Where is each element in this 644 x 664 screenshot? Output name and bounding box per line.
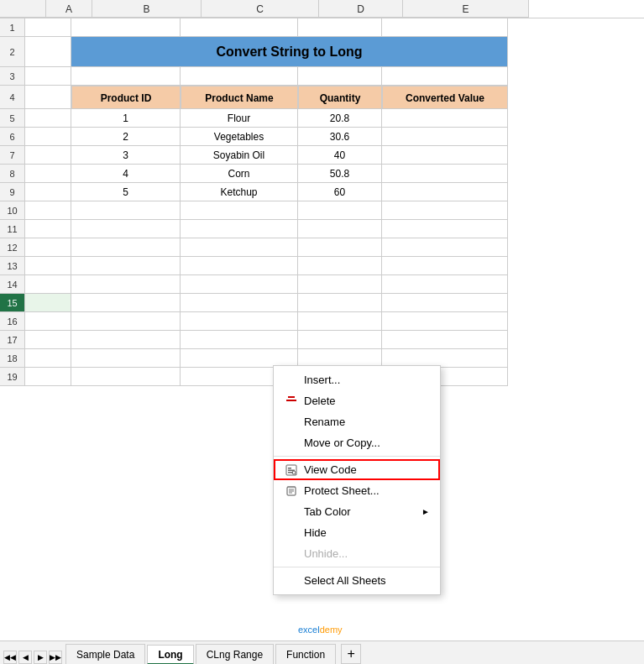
header-product-name[interactable]: Product Name xyxy=(181,86,298,109)
svg-rect-3 xyxy=(288,468,291,469)
rownum-11: 11 xyxy=(0,220,25,238)
row-16: 16 xyxy=(0,312,644,331)
column-headers: A B C D E xyxy=(0,0,644,18)
cell-c7[interactable]: Soyabin Oil xyxy=(181,146,298,165)
cell-c3[interactable] xyxy=(181,67,298,86)
header-converted-value[interactable]: Converted Value xyxy=(382,86,508,109)
cell-a8[interactable] xyxy=(25,165,71,183)
tab-navigation: ◀◀ ◀ ▶ ▶▶ xyxy=(0,651,65,664)
row-2: 2 Convert String to Long xyxy=(0,37,644,67)
cell-a1[interactable] xyxy=(25,18,71,37)
menu-delete[interactable]: Delete xyxy=(274,390,440,411)
tab-long[interactable]: Long xyxy=(147,645,193,664)
cell-e3[interactable] xyxy=(382,67,508,86)
rownum-19: 19 xyxy=(0,368,25,386)
context-menu: Insert... Delete Rename Move or Copy... … xyxy=(273,365,441,595)
rownum-3: 3 xyxy=(0,67,25,86)
cell-b3[interactable] xyxy=(71,67,181,86)
cell-e8[interactable] xyxy=(382,165,508,183)
menu-protect-sheet[interactable]: Protect Sheet... xyxy=(274,480,440,501)
delete-icon xyxy=(284,395,299,407)
add-sheet-button[interactable]: + xyxy=(341,644,361,664)
cell-c8[interactable]: Corn xyxy=(181,165,298,183)
menu-unhide[interactable]: Unhide... xyxy=(274,543,440,564)
cell-a4[interactable] xyxy=(25,86,71,109)
cell-e5[interactable] xyxy=(382,109,508,128)
cell-a9[interactable] xyxy=(25,183,71,201)
row-8: 8 4 Corn 50.8 xyxy=(0,165,644,183)
sheet-tabs: ◀◀ ◀ ▶ ▶▶ Sample Data Long CLng Range Fu… xyxy=(0,640,644,664)
row-17: 17 xyxy=(0,331,644,349)
cell-d3[interactable] xyxy=(298,67,382,86)
cell-a3[interactable] xyxy=(25,67,71,86)
svg-rect-1 xyxy=(288,396,295,398)
cell-e1[interactable] xyxy=(382,18,508,37)
row-5: 5 1 Flour 20.8 xyxy=(0,109,644,128)
cell-b5[interactable]: 1 xyxy=(71,109,181,128)
rownum-2: 2 xyxy=(0,37,25,67)
row-9: 9 5 Ketchup 60 xyxy=(0,183,644,201)
row-6: 6 2 Vegetables 30.6 xyxy=(0,128,644,146)
cell-a2[interactable] xyxy=(25,37,71,67)
cell-title[interactable]: Convert String to Long xyxy=(71,37,508,67)
row-10: 10 xyxy=(0,201,644,220)
cell-a7[interactable] xyxy=(25,146,71,165)
menu-select-all-sheets[interactable]: Select All Sheets xyxy=(274,570,440,591)
tab-clng-range[interactable]: CLng Range xyxy=(196,644,274,664)
svg-rect-0 xyxy=(286,400,296,401)
cell-b7[interactable]: 3 xyxy=(71,146,181,165)
menu-rename[interactable]: Rename xyxy=(274,411,440,432)
cell-d7[interactable]: 40 xyxy=(298,146,382,165)
cell-d5[interactable]: 20.8 xyxy=(298,109,382,128)
tab-nav-prev[interactable]: ◀ xyxy=(18,651,32,664)
cell-e7[interactable] xyxy=(382,146,508,165)
cell-d8[interactable]: 50.8 xyxy=(298,165,382,183)
rownum-1: 1 xyxy=(0,18,25,37)
row-14: 14 xyxy=(0,275,644,294)
menu-sep-1 xyxy=(274,456,440,457)
cell-b9[interactable]: 5 xyxy=(71,183,181,201)
cell-c9[interactable]: Ketchup xyxy=(181,183,298,201)
rownum-15: 15 xyxy=(0,294,25,312)
tab-nav-first[interactable]: ◀◀ xyxy=(3,651,17,664)
rownum-8: 8 xyxy=(0,165,25,183)
rownum-12: 12 xyxy=(0,238,25,257)
rownum-13: 13 xyxy=(0,257,25,275)
cell-d9[interactable]: 60 xyxy=(298,183,382,201)
rownum-16: 16 xyxy=(0,312,25,331)
cell-d1[interactable] xyxy=(298,18,382,37)
cell-a5[interactable] xyxy=(25,109,71,128)
tab-nav-next[interactable]: ▶ xyxy=(34,651,47,664)
rownum-9: 9 xyxy=(0,183,25,201)
rownum-14: 14 xyxy=(0,275,25,294)
cell-a6[interactable] xyxy=(25,128,71,146)
cell-c5[interactable]: Flour xyxy=(181,109,298,128)
menu-insert[interactable]: Insert... xyxy=(274,369,440,390)
cell-b8[interactable]: 4 xyxy=(71,165,181,183)
cell-e6[interactable] xyxy=(382,128,508,146)
cell-c1[interactable] xyxy=(181,18,298,37)
cell-b6[interactable]: 2 xyxy=(71,128,181,146)
menu-view-code[interactable]: View Code xyxy=(274,459,440,480)
submenu-arrow: ► xyxy=(421,507,430,516)
tab-sample-data[interactable]: Sample Data xyxy=(65,644,145,664)
cell-b1[interactable] xyxy=(71,18,181,37)
row-13: 13 xyxy=(0,257,644,275)
header-product-id[interactable]: Product ID xyxy=(71,86,181,109)
tab-function[interactable]: Function xyxy=(275,644,336,664)
row-12: 12 xyxy=(0,238,644,257)
col-header-c: C xyxy=(202,0,319,18)
cell-d6[interactable]: 30.6 xyxy=(298,128,382,146)
rownum-7: 7 xyxy=(0,146,25,165)
menu-tab-color[interactable]: Tab Color ► xyxy=(274,501,440,522)
cell-e9[interactable] xyxy=(382,183,508,201)
header-quantity[interactable]: Quantity xyxy=(298,86,382,109)
menu-move-copy[interactable]: Move or Copy... xyxy=(274,432,440,453)
rownum-6: 6 xyxy=(0,128,25,146)
menu-hide[interactable]: Hide xyxy=(274,522,440,543)
rownum-5: 5 xyxy=(0,109,25,128)
row-3: 3 xyxy=(0,67,644,86)
cell-c6[interactable]: Vegetables xyxy=(181,128,298,146)
tab-nav-last[interactable]: ▶▶ xyxy=(49,651,62,664)
row-7: 7 3 Soyabin Oil 40 xyxy=(0,146,644,165)
